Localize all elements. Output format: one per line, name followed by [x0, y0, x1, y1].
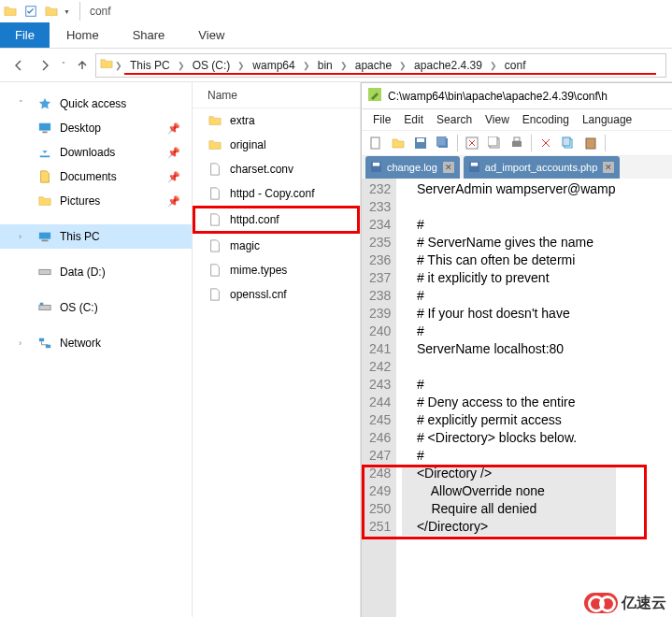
watermark-logo-icon [584, 593, 618, 613]
up-button[interactable] [69, 53, 95, 78]
watermark-text: 亿速云 [622, 594, 666, 613]
cut-icon[interactable] [536, 133, 556, 153]
menu-edit[interactable]: Edit [398, 113, 429, 126]
file-icon [207, 187, 222, 200]
file-row[interactable]: magic [193, 234, 360, 258]
nav-label: OS (C:) [60, 301, 98, 314]
breadcrumb-segment[interactable]: apache [350, 59, 397, 72]
file-row[interactable]: extra [193, 108, 360, 133]
file-row[interactable]: httpd.conf [193, 206, 360, 234]
folder-icon [100, 57, 113, 73]
svg-rect-13 [417, 138, 424, 142]
chevron-right-icon[interactable]: ❯ [397, 61, 408, 70]
file-name: httpd.conf [230, 213, 279, 226]
breadcrumb-segment[interactable]: conf [499, 59, 532, 72]
code-source[interactable]: ServerAdmin wampserver@wamp # # ServerNa… [396, 179, 615, 617]
ribbon-tab-view[interactable]: View [181, 22, 241, 48]
breadcrumb-segment[interactable]: bin [312, 59, 338, 72]
chevron-right-icon[interactable]: ❯ [176, 61, 187, 70]
breadcrumb-segment[interactable]: wamp64 [247, 59, 300, 72]
folder-icon [207, 114, 222, 127]
chevron-right-icon[interactable]: ❯ [338, 61, 350, 70]
pin-icon: 📌 [167, 195, 180, 208]
nav-quick-access[interactable]: ˅ Quick access [0, 92, 192, 116]
breadcrumb-segment[interactable]: apache2.4.39 [408, 59, 488, 72]
navigation-pane: ˅ Quick access Desktop 📌 Downloads 📌 Doc… [0, 82, 193, 617]
file-row[interactable]: charset.conv [193, 157, 360, 181]
file-row[interactable]: original [193, 133, 360, 157]
file-row[interactable]: openssl.cnf [193, 282, 360, 307]
column-header-name[interactable]: Name [193, 82, 360, 108]
nav-label: Data (D:) [60, 265, 106, 279]
nav-pictures[interactable]: Pictures 📌 [0, 189, 192, 213]
close-file-icon[interactable] [462, 133, 482, 153]
menu-search[interactable]: Search [431, 113, 478, 126]
breadcrumb-segment[interactable]: This PC [124, 59, 176, 72]
breadcrumb[interactable]: ❯ This PC ❯ OS (C:) ❯ wamp64 ❯ bin ❯ apa… [95, 53, 666, 78]
nav-downloads[interactable]: Downloads 📌 [0, 140, 192, 165]
close-icon[interactable]: ✕ [443, 162, 454, 173]
menu-view[interactable]: View [479, 113, 515, 126]
nav-drive-c[interactable]: OS (C:) [0, 295, 192, 320]
save-icon[interactable] [410, 133, 431, 153]
chevron-right-icon[interactable]: ❯ [488, 61, 499, 70]
history-dropdown-icon[interactable]: ˅ [58, 61, 69, 69]
disk-icon [469, 162, 479, 174]
nav-label: Quick access [60, 97, 126, 110]
chevron-right-icon[interactable]: ❯ [236, 61, 247, 70]
qat-folder-icon[interactable] [45, 5, 58, 18]
close-all-icon[interactable] [484, 133, 505, 153]
nav-network[interactable]: › Network [0, 331, 192, 355]
qat-properties-icon[interactable] [22, 5, 39, 18]
menu-file[interactable]: File [367, 113, 396, 126]
new-file-icon[interactable] [365, 133, 386, 153]
svg-rect-9 [46, 345, 50, 349]
code-area[interactable]: 2322332342352362372382392402412422432442… [362, 179, 672, 617]
breadcrumb-segment[interactable]: OS (C:) [187, 59, 236, 72]
svg-rect-18 [488, 136, 497, 146]
folder-icon [207, 138, 222, 151]
menu-language[interactable]: Language [577, 113, 637, 126]
nav-drive-d[interactable]: Data (D:) [0, 260, 192, 284]
ribbon-tab-share[interactable]: Share [116, 22, 182, 48]
copy-icon[interactable] [558, 133, 579, 153]
chevron-right-icon[interactable]: ❯ [301, 61, 312, 70]
ribbon-file-tab[interactable]: File [0, 22, 50, 48]
editor-tab[interactable]: ad_import_accounts.php ✕ [464, 156, 620, 179]
line-gutter: 2322332342352362372382392402412422432442… [362, 179, 396, 617]
disk-icon [371, 162, 381, 174]
svg-rect-7 [40, 303, 44, 306]
print-icon[interactable] [507, 133, 527, 153]
svg-rect-11 [371, 137, 379, 149]
editor-toolbar [362, 130, 672, 156]
chevron-right-icon: › [19, 232, 30, 241]
file-row[interactable]: httpd - Copy.conf [193, 181, 360, 206]
close-icon[interactable]: ✕ [603, 162, 614, 173]
svg-rect-1 [39, 123, 50, 131]
window-title: conf [90, 5, 111, 18]
nav-label: Desktop [60, 122, 101, 135]
save-all-icon[interactable] [433, 133, 453, 153]
chevron-right-icon[interactable]: ❯ [113, 61, 124, 70]
back-button[interactable] [6, 53, 32, 78]
svg-rect-27 [471, 162, 478, 165]
star-icon [37, 97, 52, 110]
open-file-icon[interactable] [388, 133, 408, 153]
file-name: mime.types [230, 264, 287, 277]
nav-documents[interactable]: Documents 📌 [0, 165, 192, 189]
drive-icon [37, 265, 52, 279]
file-icon [207, 264, 222, 277]
editor-tab[interactable]: change.log ✕ [365, 156, 460, 179]
file-row[interactable]: mime.types [193, 258, 360, 282]
nav-this-pc[interactable]: › This PC [0, 224, 192, 249]
qat-dropdown-icon[interactable]: ▼ [64, 8, 70, 15]
file-icon [207, 213, 222, 226]
address-row: ˅ ❯ This PC ❯ OS (C:) ❯ wamp64 ❯ bin ❯ a… [0, 49, 672, 82]
ribbon-tab-home[interactable]: Home [50, 22, 116, 48]
window-titlebar: ▼ conf [0, 0, 672, 22]
paste-icon[interactable] [580, 133, 601, 153]
editor-tabs: change.log ✕ ad_import_accounts.php ✕ [362, 156, 672, 179]
nav-desktop[interactable]: Desktop 📌 [0, 116, 192, 140]
forward-button[interactable] [32, 53, 58, 78]
menu-encoding[interactable]: Encoding [517, 113, 575, 126]
